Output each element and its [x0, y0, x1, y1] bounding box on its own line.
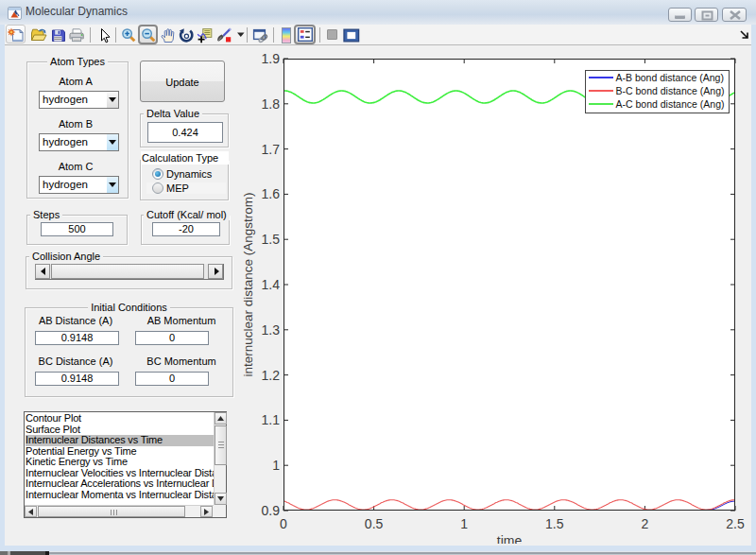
svg-text:2.5: 2.5 [726, 516, 745, 531]
svg-text:0: 0 [280, 516, 287, 531]
svg-text:1.9: 1.9 [262, 51, 281, 66]
svg-text:1.8: 1.8 [262, 96, 281, 112]
svg-text:2: 2 [642, 516, 649, 531]
svg-text:0.5: 0.5 [365, 516, 384, 531]
svg-text:B-C bond distance (Ang): B-C bond distance (Ang) [616, 85, 725, 96]
svg-text:1.1: 1.1 [262, 412, 281, 427]
svg-text:A-B bond distance (Ang): A-B bond distance (Ang) [616, 72, 724, 83]
svg-text:A-C bond distance (Ang): A-C bond distance (Ang) [616, 98, 725, 110]
svg-text:1.6: 1.6 [262, 186, 281, 201]
svg-text:1.5: 1.5 [262, 232, 281, 247]
svg-text:1.7: 1.7 [262, 142, 281, 157]
svg-text:1: 1 [460, 516, 468, 531]
svg-text:internuclear distance (Angstro: internuclear distance (Angstrom) [241, 192, 255, 376]
svg-text:1: 1 [272, 458, 280, 473]
svg-text:1.4: 1.4 [262, 277, 281, 292]
svg-text:0.9: 0.9 [262, 503, 281, 518]
svg-text:1.5: 1.5 [545, 516, 564, 531]
svg-text:time: time [497, 533, 523, 544]
svg-text:1.3: 1.3 [262, 322, 281, 338]
svg-text:1.2: 1.2 [262, 368, 281, 383]
